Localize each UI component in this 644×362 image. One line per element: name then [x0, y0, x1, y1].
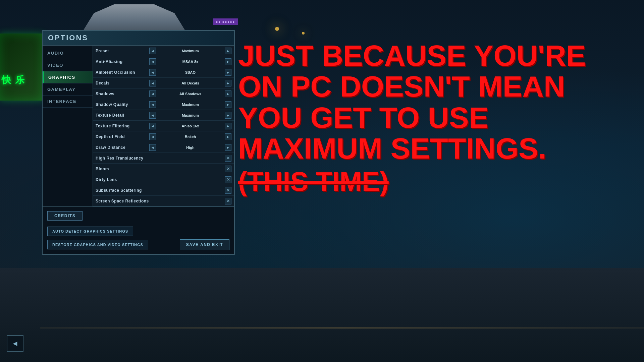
right-arrow-2[interactable]: ► — [225, 80, 231, 86]
control-1: ◄ SSAO ► — [149, 69, 231, 76]
auto-detect-button[interactable]: AUTO DETECT GRAPHICS SETTINGS — [47, 227, 133, 236]
value-5: Maximum — [156, 113, 225, 117]
nav-gameplay[interactable]: GAMEPLAY — [43, 83, 93, 96]
options-title: OPTIONS — [43, 31, 234, 46]
value-8: High — [156, 145, 225, 149]
checkbox-10: ✕ — [149, 166, 231, 172]
control-7: ◄ Bokeh ► — [149, 133, 231, 140]
side-nav: AUDIO VIDEO GRAPHICS GAMEPLAY INTERFACE — [43, 46, 93, 206]
label-13: Screen Space Reflections — [96, 199, 149, 203]
setting-row-1: Ambient Occlusion ◄ SSAO ► — [93, 67, 234, 78]
back-arrow-icon: ◄ — [11, 339, 19, 348]
setting-row-8: Draw Distance ◄ High ► — [93, 142, 234, 153]
checkbox-btn-9[interactable]: ✕ — [225, 155, 231, 162]
control-8: ◄ High ► — [149, 144, 231, 151]
label-7: Depth of Field — [96, 134, 149, 139]
back-button[interactable]: ◄ — [7, 335, 23, 352]
right-arrow-0[interactable]: ► — [225, 58, 231, 65]
checkbox-btn-10[interactable]: ✕ — [225, 166, 231, 172]
label-8: Draw Distance — [96, 145, 149, 150]
label-5: Texture Detail — [96, 113, 149, 118]
checkbox-9: ✕ — [149, 155, 231, 162]
value-4: Maximum — [156, 103, 225, 107]
value-6: Aniso 16x — [156, 124, 225, 128]
setting-row-3: Shadows ◄ All Shadows ► — [93, 88, 234, 99]
options-body: AUDIO VIDEO GRAPHICS GAMEPLAY INTERFACE … — [43, 46, 234, 206]
value-2: All Decals — [156, 81, 225, 85]
setting-row-7: Depth of Field ◄ Bokeh ► — [93, 131, 234, 142]
value-7: Bokeh — [156, 135, 225, 139]
checkbox-11: ✕ — [149, 176, 231, 183]
save-exit-button[interactable]: SAVE AND EXIT — [180, 239, 229, 250]
bottom-controls: CREDITS AUTO DETECT GRAPHICS SETTINGS RE… — [43, 206, 234, 254]
label-9: High Res Translucency — [96, 156, 149, 161]
checkbox-12: ✕ — [149, 187, 231, 194]
label-1: Ambient Occlusion — [96, 70, 149, 75]
control-3: ◄ All Shadows ► — [149, 90, 231, 97]
left-arrow-3[interactable]: ◄ — [149, 90, 156, 97]
preset-left-arrow[interactable]: ◄ — [149, 48, 156, 54]
left-arrow-1[interactable]: ◄ — [149, 69, 156, 76]
right-arrow-6[interactable]: ► — [225, 123, 231, 129]
checkbox-13: ✕ — [149, 198, 231, 204]
bottom-buttons-row: AUTO DETECT GRAPHICS SETTINGS RESTORE GR… — [47, 227, 229, 250]
value-3: All Shadows — [156, 92, 225, 96]
right-arrow-3[interactable]: ► — [225, 90, 231, 97]
label-3: Shadows — [96, 92, 149, 96]
checkbox-btn-12[interactable]: ✕ — [225, 187, 231, 194]
overlay-line3: YOU GET TO USE — [238, 101, 489, 134]
setting-row-11: Dirty Lens ✕ — [93, 174, 234, 185]
label-4: Shadow Quality — [96, 102, 149, 107]
right-arrow-8[interactable]: ► — [225, 144, 231, 151]
setting-row-5: Texture Detail ◄ Maximum ► — [93, 110, 234, 121]
control-6: ◄ Aniso 16x ► — [149, 123, 231, 129]
options-panel: OPTIONS AUDIO VIDEO GRAPHICS GAMEPLAY IN… — [42, 30, 235, 255]
setting-row-preset: Preset ◄ Maximum ► — [93, 46, 234, 56]
setting-row-13: Screen Space Reflections ✕ — [93, 196, 234, 206]
credits-button[interactable]: CREDITS — [47, 211, 83, 221]
right-arrow-5[interactable]: ► — [225, 112, 231, 119]
setting-row-9: High Res Translucency ✕ — [93, 153, 234, 164]
road-surface — [0, 268, 644, 362]
overlay-line5: (THIS TIME) — [238, 168, 644, 196]
left-arrow-0[interactable]: ◄ — [149, 58, 156, 65]
purple-sign: ●● ●●●●● — [213, 18, 238, 25]
road-line — [40, 327, 644, 328]
checkbox-btn-13[interactable]: ✕ — [225, 198, 231, 204]
nav-audio[interactable]: AUDIO — [43, 47, 93, 59]
checkbox-btn-11[interactable]: ✕ — [225, 176, 231, 183]
overlay-line2: ON PC DOESN'T MEAN — [238, 70, 565, 103]
nav-video[interactable]: VIDEO — [43, 59, 93, 71]
label-0: Anti-Aliasing — [96, 59, 149, 64]
restore-button[interactable]: RESTORE GRAPHICS AND VIDEO SETTINGS — [47, 240, 148, 249]
left-arrow-5[interactable]: ◄ — [149, 112, 156, 119]
left-arrow-6[interactable]: ◄ — [149, 123, 156, 129]
overlay-text: JUST BECAUSE YOU'RE ON PC DOESN'T MEAN Y… — [238, 40, 644, 196]
control-2: ◄ All Decals ► — [149, 80, 231, 86]
neon-text: 快 乐 — [2, 74, 25, 86]
label-10: Bloom — [96, 167, 149, 171]
overlay-line4: MAXIMUM SETTINGS. — [238, 132, 546, 165]
label-12: Subsurface Scattering — [96, 188, 149, 193]
street-light-2 — [302, 32, 305, 35]
label-6: Texture Filtering — [96, 124, 149, 128]
right-arrow-7[interactable]: ► — [225, 133, 231, 140]
left-arrow-7[interactable]: ◄ — [149, 133, 156, 140]
street-light-1 — [275, 27, 279, 31]
nav-interface[interactable]: INTERFACE — [43, 96, 93, 108]
left-arrow-4[interactable]: ◄ — [149, 101, 156, 108]
preset-control: ◄ Maximum ► — [149, 48, 231, 54]
control-0: ◄ MSAA 8x ► — [149, 58, 231, 65]
right-arrow-1[interactable]: ► — [225, 69, 231, 76]
label-2: Decals — [96, 81, 149, 85]
setting-row-2: Decals ◄ All Decals ► — [93, 78, 234, 88]
control-4: ◄ Maximum ► — [149, 101, 231, 108]
control-5: ◄ Maximum ► — [149, 112, 231, 119]
left-arrow-8[interactable]: ◄ — [149, 144, 156, 151]
left-arrow-2[interactable]: ◄ — [149, 80, 156, 86]
right-arrow-4[interactable]: ► — [225, 101, 231, 108]
preset-value: Maximum — [156, 49, 225, 53]
nav-graphics[interactable]: GRAPHICS — [43, 71, 93, 83]
preset-right-arrow[interactable]: ► — [225, 48, 231, 54]
preset-label: Preset — [96, 49, 149, 53]
